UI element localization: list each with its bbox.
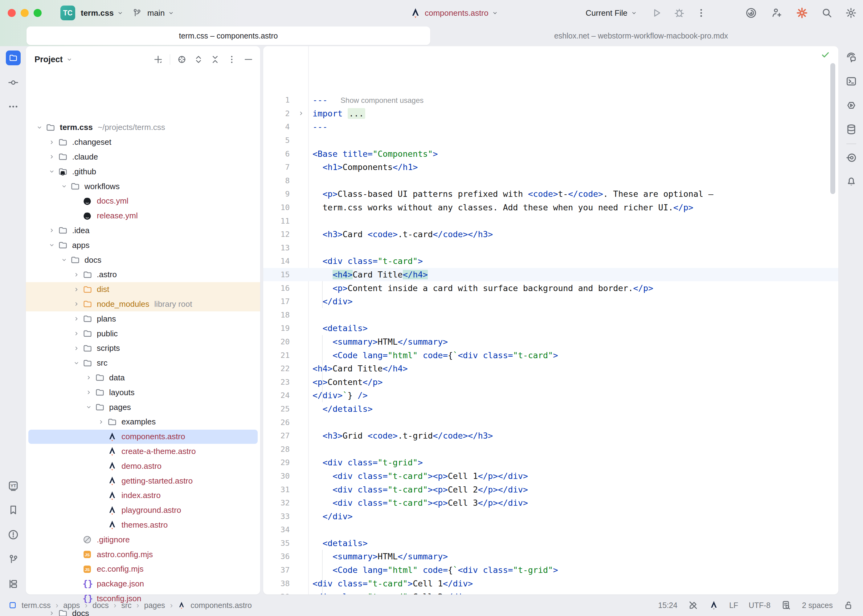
tree-row-playground.astro[interactable]: playground.astro xyxy=(26,503,260,518)
tree-row-package.json[interactable]: {}package.json xyxy=(26,577,260,591)
code-style-icon[interactable] xyxy=(781,600,792,610)
commit-toolwindow-button[interactable] xyxy=(6,75,20,90)
code-line-29[interactable]: 29 <div class="t-grid"> xyxy=(263,456,838,469)
chevron-right-icon[interactable] xyxy=(49,139,55,146)
chevron-down-icon[interactable] xyxy=(49,168,55,175)
tree-row-apps[interactable]: apps xyxy=(26,238,260,253)
chevron-down-icon[interactable] xyxy=(73,360,80,366)
tree-row-astro.config.mjs[interactable]: JSastro.config.mjs xyxy=(26,547,260,562)
structure-toolwindow-button[interactable] xyxy=(6,577,20,591)
tree-row-scripts[interactable]: scripts xyxy=(26,341,260,356)
notifications-bell-button[interactable] xyxy=(844,174,859,189)
project-widget[interactable]: term.css xyxy=(81,0,124,26)
breadcrumb-item-pages[interactable]: pages xyxy=(144,601,165,610)
code-line-20[interactable]: 20 <summary>HTML</summary> xyxy=(263,335,838,349)
current-file-widget[interactable]: components.astro xyxy=(425,0,498,26)
chevron-right-icon[interactable] xyxy=(49,153,55,160)
code-line-28[interactable]: 28 xyxy=(263,442,838,456)
settings-gear-icon[interactable] xyxy=(845,7,857,19)
code-line-35[interactable]: 35 <details> xyxy=(263,537,838,550)
code-line-24[interactable]: 24</div>`} /> xyxy=(263,389,838,402)
code-with-me-icon[interactable] xyxy=(770,7,782,19)
chevron-right-icon[interactable] xyxy=(73,286,80,293)
tree-row-public[interactable]: public xyxy=(26,326,260,341)
maximize-window-button[interactable] xyxy=(34,9,42,17)
window-tab-inactive[interactable]: eshlox.net – webstorm-workflow-macbook-p… xyxy=(432,27,851,45)
code-line-14[interactable]: 14 <div class="t-card"> xyxy=(263,255,838,268)
code-line-19[interactable]: 19 <details> xyxy=(263,322,838,335)
highlighting-level-icon[interactable] xyxy=(688,600,698,610)
line-separator-widget[interactable]: LF xyxy=(729,601,738,610)
problems-toolwindow-button[interactable] xyxy=(6,527,20,542)
caret-position-widget[interactable]: 15:24 xyxy=(658,601,677,610)
chevron-down-icon[interactable] xyxy=(85,404,92,410)
bookmarks-toolwindow-button[interactable] xyxy=(6,503,20,517)
chevron-right-icon[interactable] xyxy=(73,345,80,352)
tree-row-workflows[interactable]: workflows xyxy=(26,179,260,194)
code-line-23[interactable]: 23<p>Content</p> xyxy=(263,375,838,389)
chevron-right-icon[interactable] xyxy=(49,610,55,616)
tree-row-plans[interactable]: plans xyxy=(26,311,260,326)
code-line-21[interactable]: 21 <Code lang="html" code={`<div class="… xyxy=(263,348,838,362)
inspections-ok-icon[interactable] xyxy=(820,50,830,60)
more-toolwindows-button[interactable] xyxy=(6,99,20,114)
tree-row-term.css[interactable]: term.css~/projects/term.css xyxy=(26,120,260,135)
chevron-down-icon[interactable] xyxy=(36,124,43,131)
chevron-right-icon[interactable] xyxy=(73,301,80,307)
code-line-16[interactable]: 16 <p>Content inside a card with surface… xyxy=(263,281,838,295)
code-line-2[interactable]: 2import ... xyxy=(263,107,838,120)
breadcrumb-item-term.css[interactable]: term.css xyxy=(22,601,50,610)
code-line-12[interactable]: 12 <h3>Card <code>.t-card</code></h3> xyxy=(263,228,838,241)
database-toolwindow-button[interactable] xyxy=(844,122,859,137)
tree-row-.github[interactable]: .github xyxy=(26,164,260,179)
code-line-6[interactable]: 6<Base title="Components"> xyxy=(263,147,838,160)
more-actions-button[interactable] xyxy=(696,8,706,18)
tree-row-layouts[interactable]: layouts xyxy=(26,385,260,400)
chevron-right-icon[interactable] xyxy=(85,374,92,381)
window-tab-active[interactable]: term.css – components.astro xyxy=(27,27,430,45)
chevron-down-icon[interactable] xyxy=(61,183,68,190)
code-line-17[interactable]: 17 </div> xyxy=(263,295,838,308)
chevron-down-icon[interactable] xyxy=(61,256,68,263)
code-line-26[interactable]: 26 xyxy=(263,415,838,429)
options-kebab-button[interactable] xyxy=(227,55,237,64)
search-everywhere-icon[interactable] xyxy=(821,7,833,19)
tree-row-.astro[interactable]: .astro xyxy=(26,267,260,282)
tree-row-examples[interactable]: examples xyxy=(26,415,260,429)
code-line-18[interactable]: 18 xyxy=(263,308,838,322)
chevron-right-icon[interactable] xyxy=(98,419,104,425)
code-line-36[interactable]: 36 <summary>HTML</summary> xyxy=(263,550,838,563)
code-line-33[interactable]: 33 </div> xyxy=(263,509,838,523)
code-line-39[interactable]: 39<div class="t-card">Cell 2</div> xyxy=(263,590,838,594)
code-line-30[interactable]: 30 <div class="t-card"><p>Cell 1</p></di… xyxy=(263,469,838,483)
code-line-27[interactable]: 27 <h3>Grid <code>.t-grid</code></h3> xyxy=(263,429,838,443)
run-config-selector[interactable]: Current File xyxy=(586,0,638,26)
tree-row-.idea[interactable]: .idea xyxy=(26,223,260,238)
code-line-8[interactable]: 8 xyxy=(263,174,838,188)
hide-panel-button[interactable] xyxy=(244,55,254,64)
chevron-right-icon[interactable] xyxy=(73,271,80,278)
run-button[interactable] xyxy=(651,7,662,19)
file-writable-lock-icon[interactable] xyxy=(843,600,854,610)
tree-row-release.yml[interactable]: release.yml xyxy=(26,209,260,223)
tree-row-.claude[interactable]: .claude xyxy=(26,150,260,165)
breadcrumb-item-components.astro[interactable]: components.astro xyxy=(191,601,252,610)
close-window-button[interactable] xyxy=(8,9,16,17)
code-line-11[interactable]: 11 xyxy=(263,214,838,228)
tree-row-getting-started.astro[interactable]: getting-started.astro xyxy=(26,473,260,488)
code-line-38[interactable]: 38<div class="t-card">Cell 1</div> xyxy=(263,577,838,590)
chevron-right-icon[interactable] xyxy=(73,315,80,322)
tree-row-.gitignore[interactable]: .gitignore xyxy=(26,532,260,547)
tree-row-src[interactable]: src xyxy=(26,356,260,371)
tree-row-create-a-theme.astro[interactable]: create-a-theme.astro xyxy=(26,444,260,459)
code-line-32[interactable]: 32 <div class="t-card"><p>Cell 3</p></di… xyxy=(263,496,838,510)
code-line-22[interactable]: 22<h4>Card Title</h4> xyxy=(263,362,838,376)
ai-assistant-icon[interactable] xyxy=(745,7,757,19)
chevron-right-icon[interactable] xyxy=(298,110,304,117)
youtrack-toolwindow-button[interactable]: YT xyxy=(6,479,20,493)
project-panel-title[interactable]: Project xyxy=(35,55,73,64)
tree-row-.changeset[interactable]: .changeset xyxy=(26,135,260,150)
code-line-25[interactable]: 25 </details> xyxy=(263,402,838,416)
add-button[interactable] xyxy=(153,55,163,64)
tree-row-ec.config.mjs[interactable]: JSec.config.mjs xyxy=(26,562,260,577)
